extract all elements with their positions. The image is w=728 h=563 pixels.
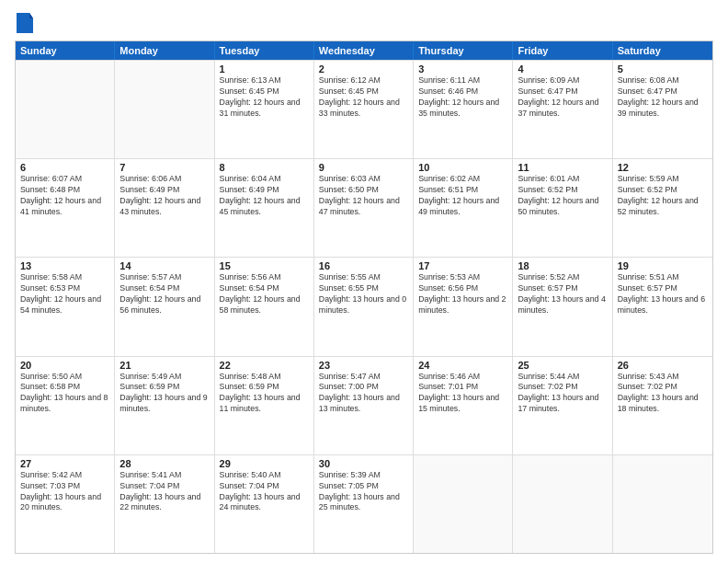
cell-info: Sunrise: 5:48 AM Sunset: 6:59 PM Dayligh… bbox=[220, 372, 309, 416]
day-number: 8 bbox=[220, 162, 309, 173]
calendar-cell-empty bbox=[414, 455, 513, 553]
calendar-week-row: 1Sunrise: 6:13 AM Sunset: 6:45 PM Daylig… bbox=[16, 60, 712, 158]
calendar-cell: 28Sunrise: 5:41 AM Sunset: 7:04 PM Dayli… bbox=[115, 455, 214, 553]
calendar-cell: 8Sunrise: 6:04 AM Sunset: 6:49 PM Daylig… bbox=[215, 159, 314, 257]
day-number: 15 bbox=[220, 260, 309, 271]
calendar-cell: 18Sunrise: 5:52 AM Sunset: 6:57 PM Dayli… bbox=[513, 258, 612, 355]
header bbox=[15, 13, 713, 33]
day-number: 16 bbox=[319, 260, 408, 271]
calendar-cell: 20Sunrise: 5:50 AM Sunset: 6:58 PM Dayli… bbox=[16, 357, 115, 454]
day-number: 4 bbox=[518, 63, 607, 75]
day-number: 29 bbox=[220, 458, 309, 469]
day-number: 27 bbox=[20, 458, 109, 469]
day-number: 17 bbox=[418, 260, 507, 271]
day-number: 25 bbox=[518, 360, 607, 371]
calendar-cell: 12Sunrise: 5:59 AM Sunset: 6:52 PM Dayli… bbox=[613, 159, 712, 257]
day-number: 14 bbox=[119, 260, 209, 271]
calendar-cell: 17Sunrise: 5:53 AM Sunset: 6:56 PM Dayli… bbox=[414, 258, 513, 355]
calendar-page: SundayMondayTuesdayWednesdayThursdayFrid… bbox=[0, 0, 728, 563]
calendar-cell: 26Sunrise: 5:43 AM Sunset: 7:02 PM Dayli… bbox=[613, 357, 712, 454]
logo bbox=[15, 13, 33, 33]
day-number: 2 bbox=[319, 63, 408, 75]
calendar-week-row: 13Sunrise: 5:58 AM Sunset: 6:53 PM Dayli… bbox=[16, 257, 712, 355]
day-number: 26 bbox=[618, 360, 708, 371]
calendar-header-cell: Saturday bbox=[613, 41, 712, 60]
day-number: 30 bbox=[319, 458, 408, 469]
cell-info: Sunrise: 5:53 AM Sunset: 6:56 PM Dayligh… bbox=[418, 272, 507, 316]
calendar-header-cell: Tuesday bbox=[215, 41, 314, 60]
cell-info: Sunrise: 6:12 AM Sunset: 6:45 PM Dayligh… bbox=[319, 75, 408, 120]
calendar-cell: 16Sunrise: 5:55 AM Sunset: 6:55 PM Dayli… bbox=[314, 258, 414, 355]
cell-info: Sunrise: 5:59 AM Sunset: 6:52 PM Dayligh… bbox=[618, 174, 708, 218]
calendar-cell: 25Sunrise: 5:44 AM Sunset: 7:02 PM Dayli… bbox=[513, 357, 612, 454]
calendar-header-cell: Thursday bbox=[414, 41, 513, 60]
calendar: SundayMondayTuesdayWednesdayThursdayFrid… bbox=[15, 40, 713, 554]
cell-info: Sunrise: 5:41 AM Sunset: 7:04 PM Dayligh… bbox=[119, 470, 209, 514]
calendar-cell: 6Sunrise: 6:07 AM Sunset: 6:48 PM Daylig… bbox=[16, 159, 115, 257]
calendar-cell: 7Sunrise: 6:06 AM Sunset: 6:49 PM Daylig… bbox=[115, 159, 214, 257]
cell-info: Sunrise: 6:01 AM Sunset: 6:52 PM Dayligh… bbox=[518, 174, 607, 218]
calendar-cell: 24Sunrise: 5:46 AM Sunset: 7:01 PM Dayli… bbox=[414, 357, 513, 454]
calendar-cell: 4Sunrise: 6:09 AM Sunset: 6:47 PM Daylig… bbox=[513, 61, 612, 158]
calendar-cell: 19Sunrise: 5:51 AM Sunset: 6:57 PM Dayli… bbox=[613, 258, 712, 355]
cell-info: Sunrise: 5:43 AM Sunset: 7:02 PM Dayligh… bbox=[618, 372, 708, 416]
calendar-cell-empty bbox=[513, 455, 612, 553]
cell-info: Sunrise: 6:08 AM Sunset: 6:47 PM Dayligh… bbox=[618, 75, 708, 120]
cell-info: Sunrise: 6:11 AM Sunset: 6:46 PM Dayligh… bbox=[418, 75, 507, 120]
calendar-cell: 5Sunrise: 6:08 AM Sunset: 6:47 PM Daylig… bbox=[613, 61, 712, 158]
calendar-header-cell: Sunday bbox=[16, 41, 115, 60]
calendar-week-row: 20Sunrise: 5:50 AM Sunset: 6:58 PM Dayli… bbox=[16, 356, 712, 454]
day-number: 28 bbox=[119, 458, 209, 469]
calendar-header-cell: Friday bbox=[513, 41, 612, 60]
cell-info: Sunrise: 5:42 AM Sunset: 7:03 PM Dayligh… bbox=[20, 470, 109, 514]
calendar-cell-empty bbox=[613, 455, 712, 553]
calendar-cell: 30Sunrise: 5:39 AM Sunset: 7:05 PM Dayli… bbox=[314, 455, 414, 553]
day-number: 24 bbox=[418, 360, 507, 371]
day-number: 21 bbox=[119, 360, 209, 371]
day-number: 6 bbox=[20, 162, 109, 173]
cell-info: Sunrise: 5:47 AM Sunset: 7:00 PM Dayligh… bbox=[319, 372, 408, 416]
day-number: 7 bbox=[119, 162, 209, 173]
calendar-cell-empty bbox=[16, 61, 115, 158]
day-number: 5 bbox=[618, 63, 708, 75]
cell-info: Sunrise: 6:06 AM Sunset: 6:49 PM Dayligh… bbox=[119, 174, 209, 218]
logo-icon bbox=[17, 13, 33, 33]
day-number: 9 bbox=[319, 162, 408, 173]
day-number: 3 bbox=[418, 63, 507, 75]
calendar-cell: 13Sunrise: 5:58 AM Sunset: 6:53 PM Dayli… bbox=[16, 258, 115, 355]
calendar-cell: 9Sunrise: 6:03 AM Sunset: 6:50 PM Daylig… bbox=[314, 159, 414, 257]
svg-marker-1 bbox=[29, 13, 33, 18]
cell-info: Sunrise: 5:57 AM Sunset: 6:54 PM Dayligh… bbox=[119, 272, 209, 316]
cell-info: Sunrise: 5:51 AM Sunset: 6:57 PM Dayligh… bbox=[618, 272, 708, 316]
calendar-cell: 15Sunrise: 5:56 AM Sunset: 6:54 PM Dayli… bbox=[215, 258, 314, 355]
cell-info: Sunrise: 5:52 AM Sunset: 6:57 PM Dayligh… bbox=[518, 272, 607, 316]
calendar-cell: 1Sunrise: 6:13 AM Sunset: 6:45 PM Daylig… bbox=[215, 61, 314, 158]
cell-info: Sunrise: 6:13 AM Sunset: 6:45 PM Dayligh… bbox=[220, 75, 309, 120]
calendar-week-row: 6Sunrise: 6:07 AM Sunset: 6:48 PM Daylig… bbox=[16, 158, 712, 257]
cell-info: Sunrise: 6:07 AM Sunset: 6:48 PM Dayligh… bbox=[20, 174, 109, 218]
day-number: 10 bbox=[418, 162, 507, 173]
day-number: 13 bbox=[20, 260, 109, 271]
calendar-week-row: 27Sunrise: 5:42 AM Sunset: 7:03 PM Dayli… bbox=[16, 454, 712, 553]
calendar-header-cell: Wednesday bbox=[314, 41, 414, 60]
cell-info: Sunrise: 6:02 AM Sunset: 6:51 PM Dayligh… bbox=[418, 174, 507, 218]
calendar-cell: 23Sunrise: 5:47 AM Sunset: 7:00 PM Dayli… bbox=[314, 357, 414, 454]
calendar-cell: 22Sunrise: 5:48 AM Sunset: 6:59 PM Dayli… bbox=[215, 357, 314, 454]
calendar-cell: 11Sunrise: 6:01 AM Sunset: 6:52 PM Dayli… bbox=[513, 159, 612, 257]
calendar-cell: 3Sunrise: 6:11 AM Sunset: 6:46 PM Daylig… bbox=[414, 61, 513, 158]
calendar-cell: 21Sunrise: 5:49 AM Sunset: 6:59 PM Dayli… bbox=[115, 357, 214, 454]
cell-info: Sunrise: 6:04 AM Sunset: 6:49 PM Dayligh… bbox=[220, 174, 309, 218]
cell-info: Sunrise: 5:44 AM Sunset: 7:02 PM Dayligh… bbox=[518, 372, 607, 416]
day-number: 18 bbox=[518, 260, 607, 271]
day-number: 12 bbox=[618, 162, 708, 173]
calendar-header-cell: Monday bbox=[115, 41, 214, 60]
cell-info: Sunrise: 5:49 AM Sunset: 6:59 PM Dayligh… bbox=[119, 372, 209, 416]
day-number: 20 bbox=[20, 360, 109, 371]
day-number: 19 bbox=[618, 260, 708, 271]
cell-info: Sunrise: 6:09 AM Sunset: 6:47 PM Dayligh… bbox=[518, 75, 607, 120]
day-number: 11 bbox=[518, 162, 607, 173]
calendar-cell: 29Sunrise: 5:40 AM Sunset: 7:04 PM Dayli… bbox=[215, 455, 314, 553]
cell-info: Sunrise: 5:55 AM Sunset: 6:55 PM Dayligh… bbox=[319, 272, 408, 316]
cell-info: Sunrise: 5:56 AM Sunset: 6:54 PM Dayligh… bbox=[220, 272, 309, 316]
cell-info: Sunrise: 5:40 AM Sunset: 7:04 PM Dayligh… bbox=[220, 470, 309, 514]
